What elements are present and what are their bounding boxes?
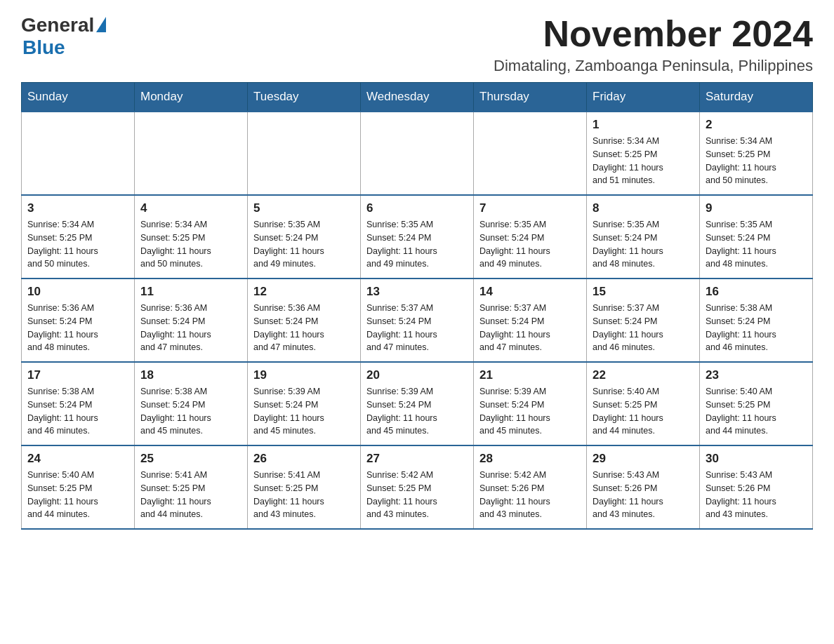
day-info: Sunrise: 5:34 AM Sunset: 5:25 PM Dayligh… xyxy=(27,218,128,271)
day-number: 30 xyxy=(706,452,807,466)
day-number: 24 xyxy=(27,452,128,466)
logo-general-text: General xyxy=(21,14,94,36)
day-info: Sunrise: 5:39 AM Sunset: 5:24 PM Dayligh… xyxy=(479,385,581,438)
weekday-header-tuesday: Tuesday xyxy=(248,83,361,112)
calendar-cell: 8Sunrise: 5:35 AM Sunset: 5:24 PM Daylig… xyxy=(587,195,700,279)
day-info: Sunrise: 5:35 AM Sunset: 5:24 PM Dayligh… xyxy=(706,218,807,271)
logo-blue-text: Blue xyxy=(22,36,65,59)
day-info: Sunrise: 5:37 AM Sunset: 5:24 PM Dayligh… xyxy=(366,302,468,354)
calendar-cell xyxy=(248,112,361,195)
day-number: 27 xyxy=(366,452,468,466)
day-number: 3 xyxy=(27,201,128,215)
day-number: 12 xyxy=(253,285,355,299)
calendar-cell: 6Sunrise: 5:35 AM Sunset: 5:24 PM Daylig… xyxy=(361,195,474,279)
day-info: Sunrise: 5:42 AM Sunset: 5:26 PM Dayligh… xyxy=(479,469,581,521)
week-row-3: 10Sunrise: 5:36 AM Sunset: 5:24 PM Dayli… xyxy=(22,279,813,362)
day-number: 6 xyxy=(366,201,468,215)
day-number: 29 xyxy=(593,452,694,466)
calendar-cell xyxy=(361,112,474,195)
calendar-cell: 9Sunrise: 5:35 AM Sunset: 5:24 PM Daylig… xyxy=(700,195,813,279)
day-info: Sunrise: 5:43 AM Sunset: 5:26 PM Dayligh… xyxy=(706,469,807,521)
weekday-header-friday: Friday xyxy=(587,83,700,112)
week-row-5: 24Sunrise: 5:40 AM Sunset: 5:25 PM Dayli… xyxy=(22,445,813,529)
day-number: 17 xyxy=(27,368,128,382)
day-number: 21 xyxy=(479,368,581,382)
day-number: 4 xyxy=(140,201,241,215)
day-info: Sunrise: 5:40 AM Sunset: 5:25 PM Dayligh… xyxy=(706,385,807,438)
calendar-cell: 12Sunrise: 5:36 AM Sunset: 5:24 PM Dayli… xyxy=(248,279,361,362)
day-number: 1 xyxy=(593,118,694,132)
day-info: Sunrise: 5:40 AM Sunset: 5:25 PM Dayligh… xyxy=(593,385,694,438)
calendar-cell: 10Sunrise: 5:36 AM Sunset: 5:24 PM Dayli… xyxy=(22,279,135,362)
calendar-cell: 19Sunrise: 5:39 AM Sunset: 5:24 PM Dayli… xyxy=(248,362,361,445)
day-number: 2 xyxy=(706,118,807,132)
calendar-cell: 11Sunrise: 5:36 AM Sunset: 5:24 PM Dayli… xyxy=(135,279,248,362)
calendar-cell: 17Sunrise: 5:38 AM Sunset: 5:24 PM Dayli… xyxy=(22,362,135,445)
calendar-cell: 23Sunrise: 5:40 AM Sunset: 5:25 PM Dayli… xyxy=(700,362,813,445)
week-row-1: 1Sunrise: 5:34 AM Sunset: 5:25 PM Daylig… xyxy=(22,112,813,195)
day-info: Sunrise: 5:40 AM Sunset: 5:25 PM Dayligh… xyxy=(27,469,128,521)
day-info: Sunrise: 5:39 AM Sunset: 5:24 PM Dayligh… xyxy=(253,385,355,438)
weekday-header-row: SundayMondayTuesdayWednesdayThursdayFrid… xyxy=(22,83,813,112)
calendar-cell: 13Sunrise: 5:37 AM Sunset: 5:24 PM Dayli… xyxy=(361,279,474,362)
calendar-cell xyxy=(474,112,587,195)
calendar-cell: 4Sunrise: 5:34 AM Sunset: 5:25 PM Daylig… xyxy=(135,195,248,279)
calendar-cell: 3Sunrise: 5:34 AM Sunset: 5:25 PM Daylig… xyxy=(22,195,135,279)
day-number: 5 xyxy=(253,201,355,215)
weekday-header-saturday: Saturday xyxy=(700,83,813,112)
day-number: 15 xyxy=(593,285,694,299)
day-info: Sunrise: 5:36 AM Sunset: 5:24 PM Dayligh… xyxy=(253,302,355,354)
day-number: 16 xyxy=(706,285,807,299)
calendar-cell: 29Sunrise: 5:43 AM Sunset: 5:26 PM Dayli… xyxy=(587,445,700,529)
day-info: Sunrise: 5:42 AM Sunset: 5:25 PM Dayligh… xyxy=(366,469,468,521)
day-info: Sunrise: 5:43 AM Sunset: 5:26 PM Dayligh… xyxy=(593,469,694,521)
calendar-cell: 28Sunrise: 5:42 AM Sunset: 5:26 PM Dayli… xyxy=(474,445,587,529)
calendar-cell: 15Sunrise: 5:37 AM Sunset: 5:24 PM Dayli… xyxy=(587,279,700,362)
calendar-table: SundayMondayTuesdayWednesdayThursdayFrid… xyxy=(21,82,813,530)
day-number: 28 xyxy=(479,452,581,466)
day-info: Sunrise: 5:41 AM Sunset: 5:25 PM Dayligh… xyxy=(253,469,355,521)
day-number: 10 xyxy=(27,285,128,299)
day-number: 26 xyxy=(253,452,355,466)
week-row-4: 17Sunrise: 5:38 AM Sunset: 5:24 PM Dayli… xyxy=(22,362,813,445)
day-info: Sunrise: 5:38 AM Sunset: 5:24 PM Dayligh… xyxy=(706,302,807,354)
location-subtitle: Dimataling, Zamboanga Peninsula, Philipp… xyxy=(494,57,813,75)
weekday-header-wednesday: Wednesday xyxy=(361,83,474,112)
day-info: Sunrise: 5:37 AM Sunset: 5:24 PM Dayligh… xyxy=(479,302,581,354)
calendar-cell: 24Sunrise: 5:40 AM Sunset: 5:25 PM Dayli… xyxy=(22,445,135,529)
title-area: November 2024 Dimataling, Zamboanga Peni… xyxy=(494,14,813,75)
day-info: Sunrise: 5:35 AM Sunset: 5:24 PM Dayligh… xyxy=(366,218,468,271)
day-info: Sunrise: 5:35 AM Sunset: 5:24 PM Dayligh… xyxy=(479,218,581,271)
day-number: 7 xyxy=(479,201,581,215)
calendar-cell: 16Sunrise: 5:38 AM Sunset: 5:24 PM Dayli… xyxy=(700,279,813,362)
logo: General Blue xyxy=(21,14,106,59)
day-number: 8 xyxy=(593,201,694,215)
calendar-cell: 5Sunrise: 5:35 AM Sunset: 5:24 PM Daylig… xyxy=(248,195,361,279)
day-number: 23 xyxy=(706,368,807,382)
day-info: Sunrise: 5:34 AM Sunset: 5:25 PM Dayligh… xyxy=(593,135,694,187)
header: General Blue November 2024 Dimataling, Z… xyxy=(21,14,813,75)
calendar-cell: 7Sunrise: 5:35 AM Sunset: 5:24 PM Daylig… xyxy=(474,195,587,279)
calendar-cell: 22Sunrise: 5:40 AM Sunset: 5:25 PM Dayli… xyxy=(587,362,700,445)
day-info: Sunrise: 5:36 AM Sunset: 5:24 PM Dayligh… xyxy=(140,302,241,354)
day-info: Sunrise: 5:34 AM Sunset: 5:25 PM Dayligh… xyxy=(140,218,241,271)
day-number: 13 xyxy=(366,285,468,299)
day-info: Sunrise: 5:34 AM Sunset: 5:25 PM Dayligh… xyxy=(706,135,807,187)
calendar-cell xyxy=(135,112,248,195)
day-number: 18 xyxy=(140,368,241,382)
day-info: Sunrise: 5:41 AM Sunset: 5:25 PM Dayligh… xyxy=(140,469,241,521)
weekday-header-thursday: Thursday xyxy=(474,83,587,112)
day-number: 9 xyxy=(706,201,807,215)
month-title: November 2024 xyxy=(494,14,813,54)
calendar-cell: 25Sunrise: 5:41 AM Sunset: 5:25 PM Dayli… xyxy=(135,445,248,529)
day-info: Sunrise: 5:37 AM Sunset: 5:24 PM Dayligh… xyxy=(593,302,694,354)
calendar-cell: 18Sunrise: 5:38 AM Sunset: 5:24 PM Dayli… xyxy=(135,362,248,445)
day-number: 19 xyxy=(253,368,355,382)
calendar-cell: 14Sunrise: 5:37 AM Sunset: 5:24 PM Dayli… xyxy=(474,279,587,362)
day-info: Sunrise: 5:39 AM Sunset: 5:24 PM Dayligh… xyxy=(366,385,468,438)
calendar-cell: 30Sunrise: 5:43 AM Sunset: 5:26 PM Dayli… xyxy=(700,445,813,529)
day-info: Sunrise: 5:35 AM Sunset: 5:24 PM Dayligh… xyxy=(253,218,355,271)
calendar-cell: 1Sunrise: 5:34 AM Sunset: 5:25 PM Daylig… xyxy=(587,112,700,195)
week-row-2: 3Sunrise: 5:34 AM Sunset: 5:25 PM Daylig… xyxy=(22,195,813,279)
calendar-cell: 20Sunrise: 5:39 AM Sunset: 5:24 PM Dayli… xyxy=(361,362,474,445)
